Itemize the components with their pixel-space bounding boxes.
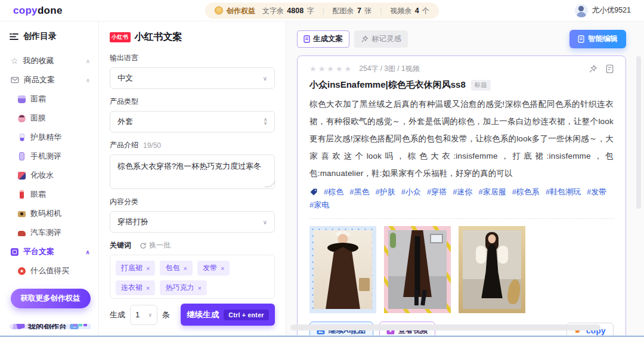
chevron-down-icon: ∨	[263, 75, 267, 82]
item-label: 护肤精华	[30, 132, 61, 143]
my-workbench-card[interactable]: 我的创作台 →	[10, 324, 91, 329]
face-cream-icon	[18, 95, 26, 103]
sidebar: 创作目录 ☆ 我的收藏 ∧ 商品文案 ∧ 面霜 面膜 护肤精华 手机测评 化妆水…	[0, 21, 99, 335]
remove-tag-icon[interactable]: ×	[146, 265, 150, 272]
tab-label: 标记灵感	[371, 34, 401, 44]
sidebar-item-face-mask[interactable]: 面膜	[10, 109, 91, 128]
hashtag[interactable]: #黑色	[349, 187, 369, 197]
logo-done: done	[38, 5, 63, 16]
content-category-value: 穿搭打扮	[117, 217, 148, 227]
image-quota-unit: 张	[364, 6, 371, 14]
keywords-label: 关键词	[110, 240, 131, 251]
workbench-label: 我的创作台	[28, 324, 67, 329]
quota-separator: |	[322, 7, 324, 15]
item-label: 面霜	[30, 94, 46, 104]
hashtag[interactable]: #棕色系	[512, 187, 540, 197]
copydone-logo[interactable]: copydone	[13, 5, 63, 17]
remove-tag-icon[interactable]: ×	[183, 265, 187, 272]
tag-label: 打底裙	[121, 263, 143, 273]
chevron-up-icon[interactable]: ∧	[85, 249, 90, 255]
sidebar-item-eye-cream[interactable]: 眼霜	[10, 185, 91, 204]
hashtag[interactable]: #穿搭	[427, 187, 447, 197]
product-copy-icon	[11, 76, 19, 84]
generated-image-1[interactable]	[309, 226, 376, 313]
coin-icon	[215, 7, 223, 15]
sidebar-item-smzdm[interactable]: 什么值得买	[10, 261, 91, 280]
horizontal-scrollbar[interactable]	[290, 324, 600, 330]
video-quota-label: 视频余	[390, 6, 411, 14]
generated-image-3[interactable]	[459, 226, 525, 313]
item-label: 汽车测评	[30, 227, 61, 238]
content-category-label: 内容分类	[110, 197, 275, 207]
sidebar-item-face-cream[interactable]: 面霜	[10, 89, 91, 109]
tab-generated-copy[interactable]: 生成文案	[297, 30, 349, 48]
smart-edit-label: 智能编辑	[588, 34, 618, 44]
get-more-benefits-button[interactable]: 获取更多创作权益	[11, 289, 91, 308]
eye-cream-icon	[20, 190, 24, 199]
sidebar-item-skincare-serum[interactable]: 护肤精华	[10, 128, 91, 147]
hashtag[interactable]: #家电	[309, 200, 329, 211]
text-quota-unit: 字	[306, 6, 314, 14]
hashtag[interactable]: #家居服	[478, 187, 506, 197]
chevron-up-icon[interactable]: ∧	[86, 58, 90, 64]
keyword-tag[interactable]: 打底裙×	[116, 261, 155, 276]
continue-generate-button[interactable]: 继续生成 Ctrl + enter	[181, 304, 275, 326]
platform-section-label: 平台文案	[23, 246, 54, 257]
user-menu[interactable]: 尤小优9521	[575, 4, 631, 17]
creation-benefits-pill: 创作权益 文字余 4808 字 | 配图余 7 张 | 视频余 4 个	[205, 2, 439, 18]
content-category-select[interactable]: 穿搭打扮 ∨	[110, 211, 275, 233]
hashtag[interactable]: #小众	[401, 187, 421, 197]
hashtags-row: #棕色 #黑色 #护肤 #小众 #穿搭 #迷你 #家居服 #棕色系 #鞋包潮玩 …	[309, 187, 614, 211]
video-quota-value: 4	[414, 6, 420, 14]
hashtag[interactable]: #鞋包潮玩	[546, 187, 581, 197]
toner-icon	[18, 172, 26, 180]
sidebar-item-favorites[interactable]: ☆ 我的收藏 ∧	[10, 51, 91, 70]
video-quota-unit: 个	[422, 6, 429, 14]
item-label: 手机测评	[30, 151, 61, 162]
item-label: 面膜	[30, 113, 46, 123]
sidebar-item-toner[interactable]: 化妆水	[10, 166, 91, 185]
hashtag[interactable]: #发带	[587, 187, 606, 197]
export-document-icon[interactable]	[606, 64, 614, 73]
item-label: 数码相机	[30, 208, 61, 219]
remove-tag-icon[interactable]: ×	[146, 285, 150, 292]
chevron-up-icon[interactable]: ∧	[86, 77, 90, 84]
rating-stars[interactable]: ★★★★★	[309, 64, 353, 73]
platform-copy-icon	[11, 248, 18, 256]
sidebar-item-car-review[interactable]: 汽车测评	[10, 223, 91, 242]
keyword-tag[interactable]: 包包×	[160, 261, 192, 276]
refresh-icon	[140, 242, 147, 249]
chevron-down-icon: ∨	[263, 219, 267, 225]
pin-icon[interactable]	[589, 64, 597, 73]
product-intro-textarea[interactable]: 棕色系大衣穿搭?泡一杯热巧克力度过寒冬	[110, 154, 275, 189]
char-counter: 19/50	[143, 141, 161, 150]
keyword-tag[interactable]: 连衣裙×	[116, 280, 155, 295]
refresh-keywords-button[interactable]: 换一批	[140, 240, 171, 251]
sidebar-item-digital-camera[interactable]: 数码相机	[10, 204, 91, 223]
remove-tag-icon[interactable]: ×	[197, 285, 201, 292]
sidebar-section-product-copy[interactable]: 商品文案 ∧	[10, 70, 91, 89]
keyword-tag[interactable]: 发带×	[197, 261, 230, 276]
remove-tag-icon[interactable]: ×	[221, 265, 224, 272]
product-type-select[interactable]: 外套 ∧∨	[110, 111, 275, 132]
hashtag[interactable]: #迷你	[453, 187, 472, 197]
stepper-down-icon[interactable]: ∨	[264, 122, 267, 125]
username: 尤小优9521	[592, 5, 631, 16]
output-language-select[interactable]: 中文 ∨	[110, 67, 275, 89]
generate-count-select[interactable]: 1 ∨	[130, 305, 157, 325]
generate-button-label: 继续生成	[187, 310, 219, 320]
sidebar-item-phone-review[interactable]: 手机测评	[10, 147, 91, 166]
tag-label: 热巧克力	[165, 283, 194, 293]
sidebar-section-platform-copy[interactable]: 平台文案 ∧	[10, 242, 91, 261]
hashtag[interactable]: #护肤	[375, 187, 395, 197]
keyword-tag[interactable]: 热巧克力×	[160, 280, 206, 295]
smart-edit-button[interactable]: 智能编辑	[569, 30, 626, 48]
hashtag[interactable]: #棕色	[324, 187, 343, 197]
generated-image-2[interactable]	[384, 226, 451, 313]
keyword-tags-container: 打底裙× 包包× 发带× 连衣裙× 热巧克力×	[110, 255, 275, 299]
chevron-down-icon: ∨	[148, 312, 152, 318]
stepper-icon: ∧∨	[264, 118, 267, 125]
tab-mark-inspiration[interactable]: 标记灵感	[354, 30, 408, 48]
vertical-scrollbar[interactable]	[636, 56, 641, 209]
item-label: 什么值得买	[30, 265, 69, 276]
